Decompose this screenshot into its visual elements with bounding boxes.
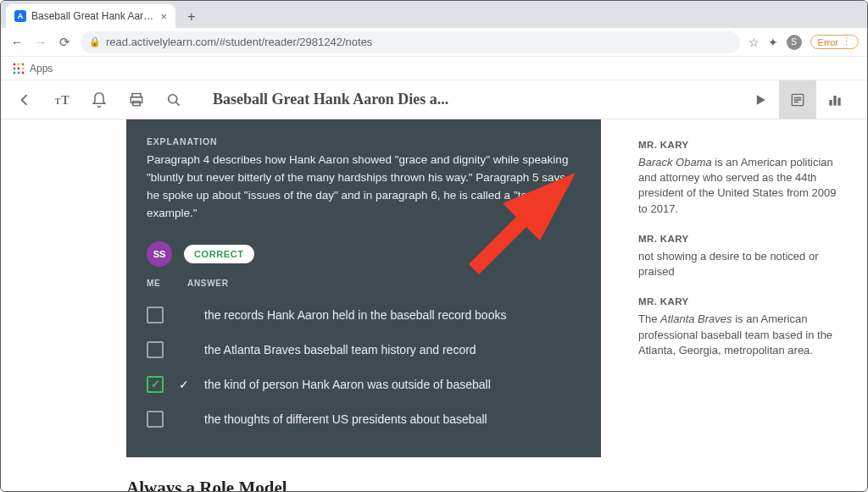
svg-point-6 <box>14 71 16 74</box>
answer-row[interactable]: ✓the kind of person Hank Aaron was outsi… <box>147 368 581 402</box>
stats-button[interactable] <box>816 80 854 119</box>
nav-reload-icon[interactable]: ⟳ <box>57 35 72 50</box>
answer-text: the thoughts of different US presidents … <box>204 411 581 428</box>
notes-sidebar: MR. KARYBarack Obama is an American poli… <box>621 119 867 491</box>
svg-point-4 <box>18 67 20 69</box>
status-badge: CORRECT <box>184 245 254 263</box>
answer-checkbox[interactable] <box>147 307 164 323</box>
answer-checkbox[interactable] <box>147 376 164 393</box>
favicon-icon: A <box>14 10 26 22</box>
nav-forward-icon: → <box>33 35 48 49</box>
url-input[interactable]: 🔒 read.activelylearn.com/#student/reader… <box>81 31 740 53</box>
question-box: EXPLANATION Paragraph 4 describes how Ha… <box>126 119 601 457</box>
search-button[interactable] <box>155 80 192 119</box>
correct-mark-icon <box>164 341 204 343</box>
error-badge[interactable]: Error⋮ <box>810 35 859 49</box>
note-author: MR. KARY <box>638 232 843 246</box>
svg-line-15 <box>176 102 180 105</box>
svg-rect-22 <box>833 96 836 106</box>
extensions-icon[interactable]: ✦ <box>768 36 778 49</box>
teacher-note[interactable]: MR. KARYThe Atlanta Braves is an America… <box>638 295 843 358</box>
answer-checkbox[interactable] <box>147 341 164 358</box>
explanation-label: EXPLANATION <box>147 136 581 146</box>
svg-point-14 <box>169 94 177 102</box>
svg-point-5 <box>22 67 25 69</box>
svg-point-0 <box>14 63 16 65</box>
bookmark-star-icon[interactable]: ☆ <box>748 36 760 49</box>
back-button[interactable] <box>6 80 43 119</box>
note-body: The Atlanta Braves is an American profes… <box>638 312 843 358</box>
tab-title: Baseball Great Hank Aaron Die <box>31 10 155 22</box>
column-header-me: ME <box>147 279 181 288</box>
svg-rect-13 <box>133 101 140 105</box>
note-author: MR. KARY <box>638 138 843 152</box>
profile-avatar[interactable]: S <box>787 35 802 50</box>
close-icon[interactable]: × <box>160 10 167 23</box>
nav-back-icon[interactable]: ← <box>9 35 25 49</box>
apps-grid-icon[interactable] <box>13 63 25 75</box>
svg-point-1 <box>18 63 20 65</box>
answer-text: the records Hank Aaron held in the baseb… <box>204 307 581 324</box>
student-avatar: SS <box>147 241 172 267</box>
svg-rect-23 <box>837 97 840 105</box>
text-size-button[interactable]: TT <box>43 80 81 119</box>
print-button[interactable] <box>118 80 155 119</box>
svg-point-2 <box>22 63 25 65</box>
notifications-button[interactable] <box>81 80 118 119</box>
apps-label[interactable]: Apps <box>30 63 53 75</box>
svg-rect-21 <box>829 100 832 106</box>
svg-point-8 <box>22 71 25 74</box>
explanation-text: Paragraph 4 describes how Hank Aaron sho… <box>147 152 581 223</box>
teacher-note[interactable]: MR. KARYBarack Obama is an American poli… <box>638 138 843 217</box>
url-text: read.activelylearn.com/#student/reader/2… <box>106 36 372 48</box>
answers-list: the records Hank Aaron held in the baseb… <box>147 298 581 437</box>
column-header-answer: ANSWER <box>187 279 229 288</box>
correct-mark-icon: ✓ <box>164 376 204 391</box>
answer-text: the Atlanta Braves baseball team history… <box>204 341 581 359</box>
svg-marker-16 <box>757 95 765 105</box>
answer-row[interactable]: the records Hank Aaron held in the baseb… <box>147 298 581 333</box>
play-audio-button[interactable] <box>742 80 779 119</box>
bookmarks-bar: Apps <box>1 57 867 80</box>
answer-row[interactable]: the Atlanta Braves baseball team history… <box>147 333 581 368</box>
svg-point-7 <box>18 71 20 74</box>
note-author: MR. KARY <box>638 295 843 308</box>
browser-address-bar: ← → ⟳ 🔒 read.activelylearn.com/#student/… <box>1 28 867 57</box>
browser-tab[interactable]: A Baseball Great Hank Aaron Die × <box>6 4 175 28</box>
lock-icon: 🔒 <box>89 36 101 47</box>
main-content: EXPLANATION Paragraph 4 describes how Ha… <box>1 119 621 491</box>
app-toolbar: TT Baseball Great Hank Aaron Dies a... <box>1 80 867 119</box>
svg-text:T: T <box>55 97 61 106</box>
note-body: Barack Obama is an American politician a… <box>638 155 843 217</box>
correct-mark-icon <box>164 411 204 412</box>
answer-text: the kind of person Hank Aaron was outsid… <box>204 376 581 394</box>
svg-text:T: T <box>61 93 70 107</box>
answer-checkbox[interactable] <box>147 411 164 428</box>
teacher-note[interactable]: MR. KARYnot showing a desire to be notic… <box>638 232 843 279</box>
answer-row[interactable]: the thoughts of different US presidents … <box>147 402 581 437</box>
correct-mark-icon <box>164 307 204 308</box>
notes-panel-button[interactable] <box>779 80 816 119</box>
page-title: Baseball Great Hank Aaron Dies a... <box>213 91 742 108</box>
new-tab-button[interactable]: + <box>181 6 203 28</box>
note-body: not showing a desire to be noticed or pr… <box>638 249 843 279</box>
svg-point-3 <box>14 67 16 69</box>
browser-tabbar: A Baseball Great Hank Aaron Die × + <box>1 1 867 28</box>
section-heading: Always a Role Model <box>126 478 601 491</box>
